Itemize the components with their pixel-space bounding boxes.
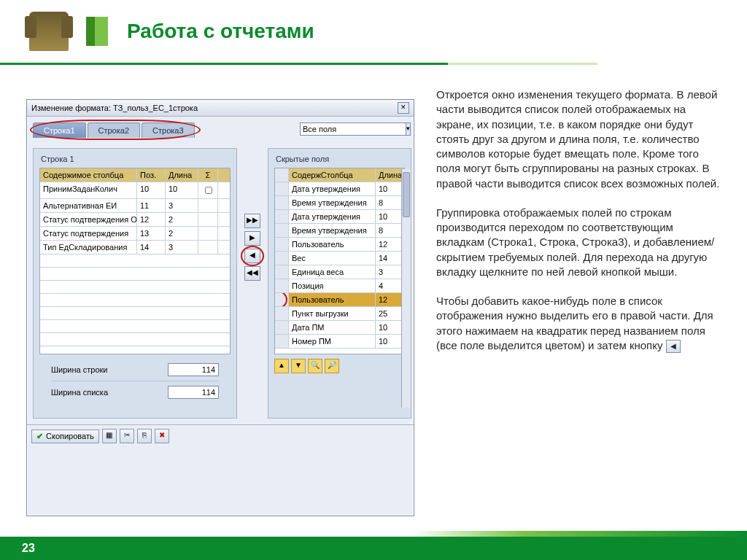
move-right-icon[interactable]: ▶: [244, 231, 260, 246]
row-selector[interactable]: [275, 265, 289, 279]
left-panel-title: Строка 1: [41, 155, 231, 163]
table-row: Пользователь12: [275, 293, 404, 307]
table-row: [40, 346, 230, 354]
hidden-fields-grid: СодержСтолбца Длина Дата утверждения10 В…: [274, 168, 405, 354]
description-para: Чтобы добавить какое-нибудь поле в списо…: [436, 294, 722, 353]
row-selector[interactable]: [275, 293, 289, 306]
divider: [51, 381, 219, 381]
sum-checkbox[interactable]: [205, 187, 212, 194]
table-row: ПринимЗаданКолич1010: [40, 182, 230, 199]
col-content: СодержСтолбца: [289, 168, 376, 182]
tab-row1[interactable]: Строка1: [33, 122, 86, 138]
annotation-circle-selector: [275, 293, 287, 306]
description-para: Группировка отображаемых полей по строка…: [436, 206, 722, 279]
row-selector[interactable]: [275, 321, 289, 334]
line-width-input[interactable]: [168, 363, 219, 376]
row-selector[interactable]: [275, 182, 289, 195]
move-left-icon[interactable]: ◀: [244, 249, 260, 263]
divider: [0, 63, 747, 65]
table-row: Статус подтверждения132: [40, 227, 230, 241]
tool-icon[interactable]: ✂: [120, 429, 134, 443]
description-para: Откроется окно изменения текущего формат…: [436, 88, 722, 191]
tab-row2[interactable]: Строка2: [88, 122, 141, 138]
col-len: Длина: [166, 168, 198, 182]
copy-button[interactable]: ✔ Скопировать: [31, 429, 99, 443]
close-icon[interactable]: ✕: [398, 102, 409, 114]
table-row: [40, 294, 230, 307]
move-all-left-icon[interactable]: ◀◀: [244, 266, 260, 281]
row-selector[interactable]: [275, 335, 289, 348]
line-width-label: Ширина строки: [51, 365, 168, 374]
slide-number: 23: [22, 542, 35, 555]
row-selector[interactable]: [275, 224, 289, 237]
table-row: [40, 281, 230, 294]
tool-icon[interactable]: ▦: [102, 429, 117, 443]
table-row: Статус подтверждения Отг122: [40, 213, 230, 227]
check-icon: ✔: [36, 432, 43, 441]
scroll-thumb[interactable]: [403, 172, 410, 217]
table-row: Пользователь12: [275, 238, 404, 252]
move-left-icon: ◀: [666, 340, 681, 353]
dialog-title: Изменение формата: ТЗ_польз_ЕС_1строка: [31, 104, 198, 112]
table-row: Номер ПМ10: [275, 335, 404, 349]
table-row: Тип ЕдСкладирования143: [40, 241, 230, 254]
col-sum: Σ: [198, 168, 218, 182]
table-row: Единица веса3: [275, 265, 404, 279]
table-row: Альтернативная ЕИ113: [40, 199, 230, 213]
cancel-icon[interactable]: ✖: [155, 429, 169, 443]
sort-asc-icon[interactable]: ▲: [274, 359, 289, 373]
table-row: Время утверждения8: [275, 224, 404, 238]
table-row: Дата ПМ10: [275, 321, 404, 335]
table-row: Дата утверждения10: [275, 182, 404, 196]
tool-icon[interactable]: ⎘: [137, 429, 152, 443]
row-selector[interactable]: [275, 238, 289, 251]
col-content: Содержимое столбца: [40, 168, 137, 182]
right-panel-title: Скрытые поля: [276, 155, 405, 163]
row-selector[interactable]: [275, 196, 289, 209]
table-row: [40, 254, 230, 268]
field-filter-select[interactable]: [300, 122, 406, 136]
table-row: [40, 320, 230, 333]
find-next-icon[interactable]: 🔎: [325, 359, 339, 373]
dropdown-icon[interactable]: ▾: [406, 122, 411, 136]
table-row: [40, 268, 230, 281]
tab-row3[interactable]: Строка3: [142, 122, 195, 138]
table-row: [40, 307, 230, 320]
row-selector[interactable]: [275, 279, 289, 292]
table-row: Пункт выгрузки25: [275, 307, 404, 321]
table-row: Время утверждения8: [275, 196, 404, 210]
table-row: [40, 333, 230, 346]
scrollbar[interactable]: [401, 169, 411, 408]
brand-square: [86, 17, 108, 46]
footer-stripe: [0, 531, 747, 537]
table-row: Позиция4: [275, 279, 404, 293]
row-selector[interactable]: [275, 210, 289, 223]
table-row: Дата утверждения10: [275, 210, 404, 224]
visible-fields-grid: Содержимое столбца Поз. Длина Σ ПринимЗа…: [39, 168, 231, 354]
page-title: Работа с отчетами: [127, 20, 314, 43]
find-icon[interactable]: 🔍: [308, 359, 322, 373]
row-selector[interactable]: [275, 307, 289, 320]
list-width-label: Ширина списка: [51, 388, 168, 397]
move-all-right-icon[interactable]: ▶▶: [244, 214, 260, 228]
sort-desc-icon[interactable]: ▼: [291, 359, 306, 373]
list-width-input[interactable]: [168, 386, 219, 399]
table-row: Вес14: [275, 252, 404, 265]
col-pos: Поз.: [137, 168, 166, 182]
crest-logo: [29, 12, 69, 51]
format-dialog: Изменение формата: ТЗ_польз_ЕС_1строка ✕…: [26, 99, 414, 516]
row-selector[interactable]: [275, 252, 289, 265]
col-len: Длина: [376, 168, 404, 182]
